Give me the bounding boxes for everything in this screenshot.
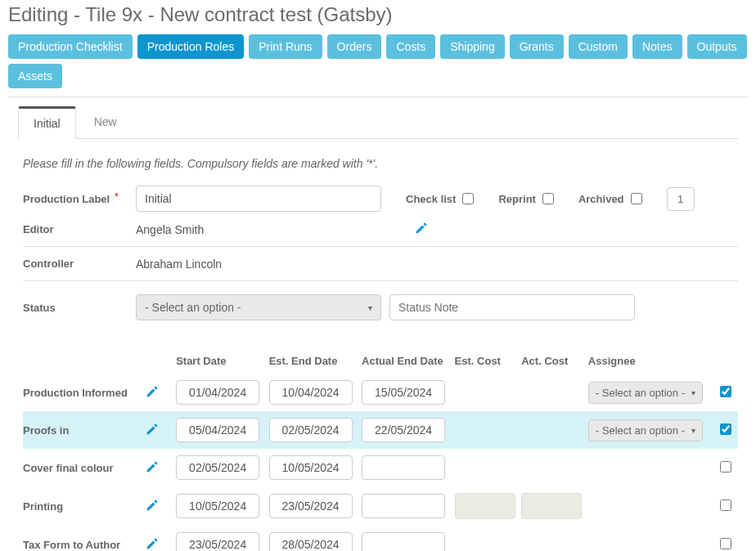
nav-tab-production-checklist[interactable]: Production Checklist: [8, 34, 133, 59]
schedule-row: Proofs in- Select an option -▾: [23, 411, 738, 449]
intro-text: Please fill in the following fields. Com…: [23, 157, 738, 170]
actual-end-input[interactable]: [362, 532, 445, 551]
schedule-row: Production Informed- Select an option -▾: [23, 374, 738, 411]
chevron-down-icon: ▾: [691, 426, 695, 435]
row-label: Production Informed: [23, 387, 145, 399]
status-select[interactable]: - Select an option - ▾: [136, 294, 381, 320]
header-start: Start Date: [176, 355, 268, 367]
assignee-select[interactable]: - Select an option -▾: [588, 419, 703, 441]
edit-row-icon[interactable]: [145, 540, 160, 552]
schedule-row: Printing: [23, 486, 738, 526]
nav-tab-grants[interactable]: Grants: [510, 34, 564, 59]
nav-tab-costs[interactable]: Costs: [386, 34, 435, 59]
header-act-cost: Act. Cost: [521, 355, 588, 367]
status-note-input[interactable]: [389, 294, 635, 320]
controller-label: Controller: [23, 258, 136, 270]
prod-label-input[interactable]: [136, 186, 381, 212]
page-title: Editing - Tile 9x - New contract test (G…: [8, 3, 748, 26]
start-input[interactable]: [176, 494, 259, 518]
schedule-row: Tax Form to Author: [23, 526, 738, 551]
est_end-input[interactable]: [269, 532, 353, 551]
nav-tab-notes[interactable]: Notes: [632, 34, 682, 59]
chevron-down-icon: ▾: [368, 303, 372, 312]
row-checkbox[interactable]: [720, 499, 731, 511]
row-label: Cover final colour: [23, 462, 145, 474]
row-label: Proofs in: [23, 424, 145, 437]
start-input[interactable]: [176, 418, 259, 442]
row-label: Tax Form to Author: [23, 539, 145, 551]
editor-value: Angela Smith: [136, 223, 381, 236]
nav-tab-assets[interactable]: Assets: [8, 64, 62, 88]
nav-tabs: Production ChecklistProduction RolesPrin…: [8, 34, 748, 88]
actual-end-input[interactable]: [362, 494, 445, 518]
prod-label-label: Production Label*: [23, 193, 136, 205]
actual-end-input[interactable]: [362, 380, 445, 405]
controller-value: Abraham Lincoln: [136, 258, 222, 271]
edit-row-icon[interactable]: [145, 426, 160, 439]
reprint-toggle[interactable]: Reprint: [498, 193, 554, 205]
nav-tab-shipping[interactable]: Shipping: [440, 34, 505, 59]
act-cost-disabled: [521, 493, 582, 519]
start-input[interactable]: [176, 532, 259, 551]
start-input[interactable]: [176, 455, 259, 480]
est_end-input[interactable]: [269, 455, 353, 480]
actual-end-input[interactable]: [362, 418, 445, 442]
edit-row-icon[interactable]: [145, 464, 160, 477]
nav-tab-outputs[interactable]: Outputs: [687, 34, 747, 59]
start-input[interactable]: [176, 380, 259, 405]
row-checkbox[interactable]: [720, 386, 731, 397]
check-list-toggle[interactable]: Check list: [406, 193, 474, 205]
inner-tab-initial[interactable]: Initial: [18, 106, 76, 139]
actual-end-input[interactable]: [362, 455, 445, 480]
row-checkbox[interactable]: [720, 423, 731, 435]
inner-tab-new[interactable]: New: [79, 106, 133, 139]
est_end-input[interactable]: [269, 380, 353, 405]
editor-label: Editor: [23, 223, 136, 235]
required-icon: *: [115, 191, 118, 201]
row-checkbox[interactable]: [720, 538, 731, 549]
inner-tabs: InitialNew: [18, 105, 738, 139]
row-checkbox[interactable]: [720, 461, 731, 473]
nav-tab-production-roles[interactable]: Production Roles: [137, 34, 245, 59]
nav-tab-print-runs[interactable]: Print Runs: [249, 34, 322, 59]
nav-tab-orders[interactable]: Orders: [327, 34, 382, 59]
schedule-row: Cover final colour: [23, 449, 738, 486]
status-label: Status: [23, 302, 136, 314]
est_end-input[interactable]: [269, 418, 353, 442]
nav-tab-custom[interactable]: Custom: [569, 34, 628, 59]
row-label: Printing: [23, 500, 145, 513]
header-assignee: Assignee: [588, 355, 713, 367]
assignee-select[interactable]: - Select an option -▾: [588, 382, 703, 404]
header-actual-end: Actual End Date: [362, 355, 454, 367]
edit-editor-icon[interactable]: [414, 221, 429, 238]
edit-row-icon[interactable]: [145, 502, 160, 515]
schedule-header-row: Start Date Est. End Date Actual End Date…: [23, 348, 738, 374]
chevron-down-icon: ▾: [691, 388, 695, 397]
archived-toggle[interactable]: Archived: [578, 193, 642, 205]
est-cost-disabled: [455, 493, 515, 519]
count-display: 1: [667, 187, 695, 211]
est_end-input[interactable]: [269, 494, 353, 518]
edit-row-icon[interactable]: [145, 388, 160, 401]
header-est-cost: Est. Cost: [455, 355, 522, 367]
header-est-end: Est. End Date: [269, 355, 362, 367]
